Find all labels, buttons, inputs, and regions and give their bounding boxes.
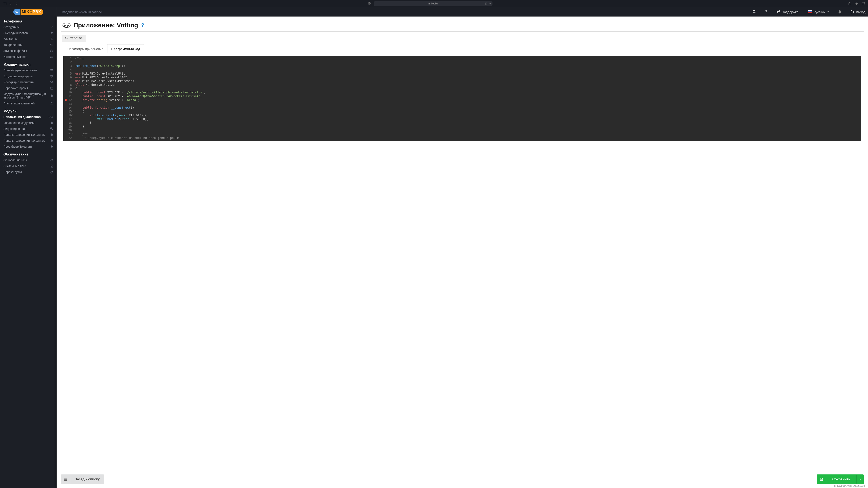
language-selector[interactable]: Русский ▼	[805, 10, 832, 14]
line-number: 14	[64, 106, 72, 110]
code-line[interactable]	[75, 129, 860, 132]
sidebar-item[interactable]: Панель телефонии 4.0 для 1С	[0, 138, 57, 143]
fold-icon[interactable]: ▾	[71, 132, 73, 135]
code-line[interactable]: require_once('Globals.php');	[75, 64, 860, 68]
save-button-label: Сохранить	[826, 475, 856, 484]
code-line[interactable]: use MikoPBX\Core\Asterisk\AGI;	[75, 76, 860, 79]
fold-icon[interactable]: ▾	[71, 87, 73, 90]
code-line[interactable]: public function __construct()	[75, 106, 860, 110]
sidebar-item[interactable]: Сотрудники	[0, 24, 57, 30]
save-dropdown-icon[interactable]: ▼	[856, 475, 864, 484]
sidebar-item[interactable]: Провайдер Telegram	[0, 143, 57, 150]
sidebar-item[interactable]: Панель телефонии 1.0 для 1С	[0, 132, 57, 138]
sidebar-item[interactable]: Лицензирование	[0, 126, 57, 132]
code-line[interactable]: * Генерирует и скачивает на внешний диск…	[75, 136, 860, 140]
sidebar-item[interactable]: Приложения диалплановphp	[0, 114, 57, 120]
puzzle-icon	[50, 121, 53, 124]
sidebar-item[interactable]: История вызовов	[0, 54, 57, 60]
sidebar-item-label: Системные логи	[3, 164, 26, 168]
line-number: 22	[64, 136, 72, 140]
tabs-icon[interactable]	[861, 1, 866, 6]
line-number: 7	[64, 79, 72, 83]
code-line[interactable]: use MikoPBX\Core\System\Util;	[75, 72, 860, 76]
code-line[interactable]	[75, 60, 860, 64]
svg-point-34	[51, 102, 52, 103]
code-line[interactable]: private string $voice = 'alena';	[75, 98, 860, 102]
help-question-icon[interactable]: ?	[141, 22, 144, 28]
support-link[interactable]: Поддержка	[774, 10, 801, 14]
error-marker-icon[interactable]: ✕	[65, 99, 67, 101]
sidebar-item[interactable]: Обновление PBX	[0, 157, 57, 163]
main-content: php Приложение: Votting ? 2200103 Параме…	[57, 17, 868, 488]
code-editor[interactable]: 123456789▾101112✕131415▾16▾1718192021▾22…	[63, 56, 861, 141]
notifications-icon[interactable]	[836, 10, 844, 14]
logo[interactable]: MIKOPBX	[0, 9, 57, 15]
code-line[interactable]: /**	[75, 132, 860, 136]
sidebar-toggle-icon[interactable]	[2, 1, 7, 6]
sidebar-item[interactable]: Перезагрузка	[0, 169, 57, 175]
reload-icon[interactable]: ↻	[489, 2, 491, 5]
svg-rect-22	[51, 69, 53, 70]
sidebar-item[interactable]: Системные логи	[0, 163, 57, 169]
sidebar-item-label: IVR меню	[3, 37, 17, 41]
translate-icon[interactable]: ⁂	[485, 2, 487, 5]
sidebar-item[interactable]: IVR меню	[0, 36, 57, 42]
search-icon[interactable]	[750, 10, 758, 14]
tab[interactable]: Параметры приложения	[63, 44, 107, 53]
code-line[interactable]	[75, 68, 860, 72]
code-line[interactable]: <?php	[75, 57, 860, 60]
share-icon[interactable]	[847, 1, 852, 6]
sidebar-item-label: Звуковые файлы	[3, 49, 27, 53]
sidebar-item[interactable]: Управление модулями	[0, 120, 57, 126]
sidebar-item[interactable]: Модуль умной маршрутизации вызовов (Smar…	[0, 91, 57, 100]
sidebar-item[interactable]: Исходящие маршруты	[0, 79, 57, 85]
code-line[interactable]: public const TTS_DIR = '/storage/usbdisk…	[75, 91, 860, 94]
new-tab-icon[interactable]	[854, 1, 859, 6]
fold-icon[interactable]: ▾	[71, 110, 73, 112]
help-icon[interactable]: ?	[763, 9, 770, 14]
fold-icon[interactable]: ▾	[71, 113, 73, 116]
sidebar-item[interactable]: Звуковые файлы	[0, 48, 57, 54]
sidebar-item[interactable]: Нерабочее время	[0, 85, 57, 91]
line-number: 16▾	[64, 113, 72, 117]
sidebar-item[interactable]: Группы пользователей	[0, 100, 57, 106]
tab[interactable]: Программный код	[107, 44, 144, 53]
sidebar-item[interactable]: Конференции	[0, 42, 57, 48]
sidebar-section-title: Маршрутизация	[0, 60, 57, 67]
search-input[interactable]: Введите поисковый запрос	[62, 10, 746, 14]
svg-rect-23	[51, 70, 53, 71]
nav-forward-icon[interactable]	[14, 1, 19, 6]
sidebar-item-label: Конференции	[3, 43, 23, 46]
sidebar-item-label: Управление модулями	[3, 121, 35, 125]
sidebar-item-label: Панель телефонии 1.0 для 1С	[3, 133, 45, 136]
code-line[interactable]: use MikoPBX\Core\System\Processes;	[75, 79, 860, 83]
svg-point-4	[753, 10, 755, 12]
sidebar-section-title: Модули	[0, 106, 57, 114]
code-line[interactable]: {	[75, 87, 860, 91]
logo-text: MIKOPBX	[21, 9, 43, 15]
sidebar-item[interactable]: Очереди вызовов	[0, 30, 57, 36]
code-line[interactable]: }	[75, 121, 860, 125]
svg-rect-10	[51, 38, 52, 38]
code-line[interactable]: {	[75, 110, 860, 113]
nav-back-icon[interactable]	[8, 1, 13, 6]
sidebar-item-label: Очереди вызовов	[3, 31, 28, 35]
line-number: 11	[64, 94, 72, 98]
svg-point-6	[779, 10, 780, 12]
url-bar[interactable]: mikopbx ⁂ ↻	[374, 1, 493, 6]
sidebar-item[interactable]: Провайдеры телефонии	[0, 67, 57, 73]
save-button[interactable]: Сохранить ▼	[817, 475, 864, 484]
code-line[interactable]: if(!file_exists(self::TTS_DIR)){	[75, 113, 860, 117]
php-icon: php	[49, 116, 53, 118]
code-line[interactable]: public const API_KEY = 'AQVNw44aIQWFWw5Q…	[75, 94, 860, 98]
extension-badge: 2200103	[62, 35, 86, 42]
code-line[interactable]: }	[75, 125, 860, 129]
back-button[interactable]: Назад к списку	[61, 475, 104, 484]
sidebar-section-title: Телефония	[0, 17, 57, 24]
code-line[interactable]	[75, 102, 860, 106]
sidebar-item[interactable]: Входящие маршруты	[0, 73, 57, 79]
sidebar-item-label: Перезагрузка	[3, 170, 22, 174]
code-line[interactable]: class YandexSynthesize	[75, 83, 860, 87]
logout-link[interactable]: Выход	[848, 10, 868, 14]
code-line[interactable]: Util::mwMkdir(self::TTS_DIR);	[75, 117, 860, 121]
